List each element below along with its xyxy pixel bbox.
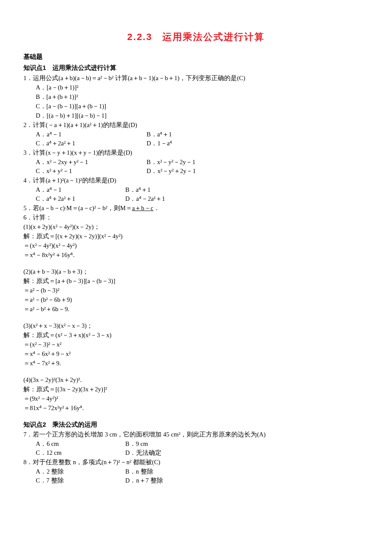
kp1-title: 知识点1 运用乘法公式进行计算: [23, 64, 369, 73]
q8-a: A．2 整除: [36, 467, 125, 476]
q6-1-s2: ＝(x²－4y²)(x²－4y²): [23, 241, 369, 250]
q6-4-s1: 解：原式＝[(3x－2y)(3x＋2y)]²: [23, 385, 369, 394]
q6-2-s4: ＝a²－b²＋6b－9.: [23, 305, 369, 314]
q8-b: B．n 整除: [125, 467, 153, 476]
q5-answer: a＋b－c: [132, 205, 153, 211]
q3-a: A．x²－2xy＋y²－1: [36, 158, 147, 167]
q6-2-s1: 解：原式＝[a＋(b－3)][a－(b－3)]: [23, 277, 369, 286]
q8-d: D．n＋7 整除: [125, 476, 163, 485]
q4-c: C．a⁴＋2a²＋1: [36, 194, 125, 203]
q6-4: (4)(3x－2y)²(3x＋2y)².: [23, 376, 369, 384]
q1-d: D．[(a－b)＋1][(a－b)－1]: [23, 111, 369, 120]
q6-2: (2)(a＋b－3)(a－b＋3)；: [23, 267, 369, 276]
section-basic: 基础题: [23, 52, 369, 62]
q5-pre: 5．若(a－b－c)·M＝(a－c)²－b²，则M＝: [23, 205, 132, 211]
q4-a: A．a⁴－1: [36, 185, 125, 194]
q6-4-s3: ＝81x⁴－72x²y²＋16y⁴.: [23, 404, 369, 413]
q6-2-s3: ＝a²－(b²－6b＋9): [23, 295, 369, 304]
q4-b: B．a⁴＋1: [125, 185, 150, 194]
q6-4-s2: ＝(9x²－4y²)²: [23, 394, 369, 403]
q7-d: D．无法确定: [125, 448, 161, 457]
q4-d: D．a⁴－2a²＋1: [125, 194, 165, 203]
q1-b: B．[a＋(b＋1)]²: [23, 92, 369, 101]
q6-2-s2: ＝a²－(b－3)²: [23, 286, 369, 295]
q3: 3．计算(x－y＋1)(x＋y－1)的结果是(D): [23, 148, 369, 157]
kp2-title: 知识点2 乘法公式的运用: [23, 420, 369, 429]
q6: 6．计算：: [23, 213, 369, 222]
q6-3: (3)(x²＋x－3)(x²－x－3)；: [23, 321, 369, 330]
q7-b: B．9 cm: [125, 439, 148, 448]
q1: 1．运用公式(a＋b)(a－b)＝a²－b² 计算(a＋b－1)(a－b＋1)，…: [23, 74, 369, 83]
q8-c: C．7 整除: [36, 476, 125, 485]
q6-3-s4: ＝x⁴－7x²＋9.: [23, 359, 369, 368]
q8: 8．对于任意整数 n，多项式(n＋7)²－n² 都能被(C): [23, 458, 369, 467]
q6-3-s1: 解：原式＝(x²－3＋x)(x²－3－x): [23, 331, 369, 340]
q7-c: C．12 cm: [36, 448, 125, 457]
q4: 4．计算(a＋1)²(a－1)²的结果是(D): [23, 176, 369, 185]
q3-c: C．x²＋y²－1: [36, 167, 147, 176]
page-title: 2.2.3 运用乘法公式进行计算: [23, 30, 369, 44]
q6-1: (1)(x＋2y)(x²－4y²)(x－2y)；: [23, 223, 369, 231]
q2-d: D．1－a⁴: [147, 139, 172, 148]
q2: 2．计算(－a＋1)(a＋1)(a²＋1)的结果是(D): [23, 121, 369, 130]
q6-1-s1: 解：原式＝[(x＋2y)(x－2y)](x²－4y²): [23, 232, 369, 241]
q3-d: D．x²－y²＋2y－1: [147, 167, 196, 176]
q6-3-s3: ＝x⁴－6x²＋9－x²: [23, 350, 369, 358]
q3-b: B．x²－y²－2y－1: [147, 158, 196, 167]
q2-b: B．a⁴＋1: [147, 130, 172, 139]
q1-a: A．[a－(b＋1)]²: [23, 83, 369, 92]
q6-3-s2: ＝(x²－3)²－x²: [23, 340, 369, 349]
q2-c: C．a⁴＋2a²＋1: [36, 139, 147, 148]
q1-c: C．[a－(b－1)][a＋(b－1)]: [23, 102, 369, 111]
q7-a: A．6 cm: [36, 439, 125, 448]
q5-post: ．: [153, 205, 160, 211]
q7: 7．若一个正方形的边长增加 3 cm，它的面积增加 45 cm²，则此正方形原来…: [23, 430, 369, 439]
q6-1-s3: ＝x⁴－8x²y²＋16y⁴.: [23, 251, 369, 260]
q2-a: A．a⁴－1: [36, 130, 147, 139]
q5: 5．若(a－b－c)·M＝(a－c)²－b²，则M＝a＋b－c．: [23, 204, 369, 213]
